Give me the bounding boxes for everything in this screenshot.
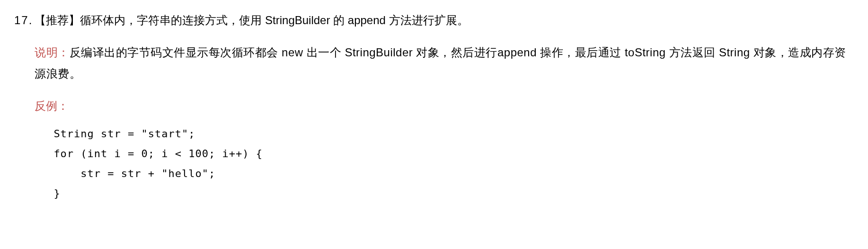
code-block: String str = "start"; for (int i = 0; i … — [53, 124, 854, 203]
counter-example-label: 反例： — [35, 99, 69, 112]
rule-item: 17. 【推荐】循环体内，字符串的连接方式，使用 StringBuilder 的… — [14, 9, 854, 204]
rule-title-text: 循环体内，字符串的连接方式，使用 StringBuilder 的 append … — [80, 14, 468, 27]
rule-tag: 【推荐】 — [35, 14, 80, 27]
rule-title-line: 【推荐】循环体内，字符串的连接方式，使用 StringBuilder 的 app… — [35, 9, 854, 31]
rule-number: 17. — [14, 9, 33, 31]
counter-example-block: 反例： — [35, 95, 854, 117]
explain-text: 反编译出的字节码文件显示每次循环都会 new 出一个 StringBuilder… — [35, 46, 846, 80]
explain-label: 说明： — [35, 46, 70, 59]
rule-content: 【推荐】循环体内，字符串的连接方式，使用 StringBuilder 的 app… — [35, 9, 854, 204]
explain-block: 说明：反编译出的字节码文件显示每次循环都会 new 出一个 StringBuil… — [35, 42, 854, 85]
